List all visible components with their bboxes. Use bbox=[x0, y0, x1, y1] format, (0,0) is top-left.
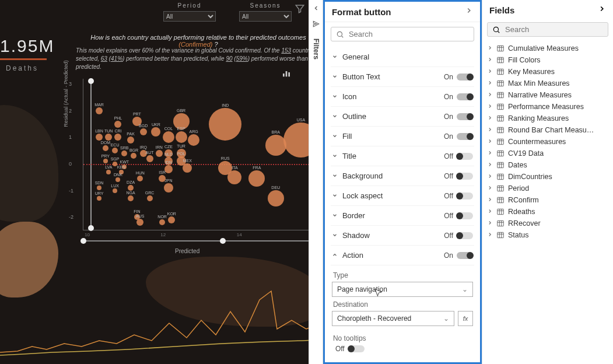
toggle-fill[interactable]: On bbox=[444, 132, 473, 141]
field-table-countermeasures[interactable]: Countermeasures bbox=[486, 136, 610, 148]
field-table-period[interactable]: Period bbox=[486, 183, 610, 194]
fx-button[interactable]: fx bbox=[458, 311, 473, 326]
bubble-USA[interactable] bbox=[283, 123, 309, 158]
chevron-right-icon[interactable] bbox=[487, 79, 493, 88]
chevron-right-icon[interactable] bbox=[487, 161, 493, 169]
field-table-dimcountries[interactable]: DimCountries bbox=[486, 171, 610, 183]
bubble-ARG[interactable] bbox=[188, 134, 199, 146]
chevron-left-icon[interactable] bbox=[313, 4, 320, 14]
chevron-right-icon[interactable] bbox=[487, 196, 493, 204]
chevron-right-icon[interactable] bbox=[598, 5, 606, 15]
switch[interactable] bbox=[457, 113, 473, 120]
format-section-outline[interactable]: OutlineOn bbox=[331, 107, 474, 127]
chevron-down-icon[interactable] bbox=[332, 112, 338, 121]
chevron-right-icon[interactable] bbox=[487, 126, 493, 134]
bubble-PAK[interactable] bbox=[127, 136, 134, 144]
bubble-ESP[interactable] bbox=[176, 131, 187, 143]
chevron-down-icon[interactable] bbox=[332, 132, 338, 141]
chevron-down-icon[interactable] bbox=[332, 211, 338, 220]
chevron-right-icon[interactable] bbox=[487, 138, 493, 146]
toggle-shadow[interactable]: Off bbox=[444, 232, 473, 240]
chevron-right-icon[interactable] bbox=[487, 173, 493, 181]
switch[interactable] bbox=[457, 93, 473, 100]
x-slider-knob-mid[interactable] bbox=[220, 238, 226, 244]
chevron-right-icon[interactable] bbox=[487, 208, 493, 216]
bubble-CRI[interactable] bbox=[114, 134, 121, 141]
chevron-down-icon[interactable] bbox=[332, 92, 338, 101]
field-table-performance-measures[interactable]: Performance Measures bbox=[486, 101, 610, 113]
bubble-GRC[interactable] bbox=[147, 195, 153, 201]
format-section-title[interactable]: TitleOff bbox=[331, 146, 474, 166]
switch[interactable] bbox=[457, 133, 473, 140]
toggle-background[interactable]: Off bbox=[444, 172, 473, 180]
chevron-up-icon[interactable] bbox=[332, 251, 338, 260]
switch[interactable] bbox=[457, 252, 473, 259]
bubble-AUT[interactable] bbox=[146, 155, 153, 162]
bubble-NGA[interactable] bbox=[128, 195, 134, 201]
switch[interactable] bbox=[457, 74, 473, 80]
bubble-PRY[interactable] bbox=[103, 159, 108, 163]
field-table-dates[interactable]: Dates bbox=[486, 159, 610, 171]
switch[interactable] bbox=[457, 153, 473, 160]
chevron-right-icon[interactable] bbox=[487, 56, 493, 64]
bubble-URY[interactable] bbox=[97, 196, 101, 201]
chevron-right-icon[interactable] bbox=[487, 219, 493, 228]
format-section-button-text[interactable]: Button TextOn bbox=[331, 67, 474, 87]
chevron-down-icon[interactable] bbox=[332, 191, 338, 200]
bubble-COL[interactable] bbox=[163, 131, 174, 143]
bubble-BGR[interactable] bbox=[131, 153, 136, 159]
bubble-BGD[interactable] bbox=[140, 128, 147, 135]
bubble-SDN[interactable] bbox=[97, 186, 101, 190]
bubble-AUS[interactable] bbox=[136, 219, 143, 226]
field-table-rdeaths[interactable]: Rdeaths bbox=[486, 206, 610, 218]
bubble-DNK[interactable] bbox=[115, 177, 120, 182]
field-table-status[interactable]: Status bbox=[486, 229, 610, 241]
bubble-DOM[interactable] bbox=[103, 145, 108, 151]
x-slider-knob-left[interactable] bbox=[80, 238, 86, 244]
bubble-IRN[interactable] bbox=[156, 150, 163, 157]
bubble-MEX[interactable] bbox=[183, 163, 192, 173]
toggle-lock-aspect[interactable]: Off bbox=[444, 192, 473, 200]
bubble-ITA[interactable] bbox=[227, 170, 241, 184]
tooltip-toggle[interactable]: Off bbox=[335, 345, 473, 353]
bubble-JPN[interactable] bbox=[164, 183, 173, 192]
x-slider-track[interactable] bbox=[83, 240, 309, 242]
field-table-cv19-data[interactable]: CV19 Data bbox=[486, 148, 610, 159]
switch[interactable] bbox=[457, 173, 473, 180]
chevron-down-icon[interactable] bbox=[332, 72, 338, 81]
chevron-right-icon[interactable] bbox=[465, 6, 473, 17]
type-dropdown[interactable]: Page navigation⌄ bbox=[332, 282, 473, 297]
format-section-shadow[interactable]: ShadowOff bbox=[331, 226, 474, 246]
toggle-outline[interactable]: On bbox=[444, 113, 473, 121]
fields-search[interactable] bbox=[487, 22, 608, 37]
toggle-action[interactable]: On bbox=[444, 251, 473, 260]
chevron-right-icon[interactable] bbox=[487, 91, 493, 99]
share-icon[interactable] bbox=[312, 20, 320, 30]
switch[interactable] bbox=[457, 212, 473, 219]
bubble-SRB[interactable] bbox=[121, 150, 127, 156]
field-table-round-bar-chart-measu-[interactable]: Round Bar Chart Measu… bbox=[486, 124, 610, 136]
chevron-down-icon[interactable] bbox=[332, 152, 338, 160]
chevron-down-icon[interactable] bbox=[332, 172, 338, 180]
field-table-key-measures[interactable]: Key Measures bbox=[486, 66, 610, 78]
toggle-icon[interactable]: On bbox=[444, 93, 473, 101]
format-section-border[interactable]: BorderOff bbox=[331, 206, 474, 226]
field-table-max-min-measures[interactable]: Max Min Measures bbox=[486, 78, 610, 89]
format-section-background[interactable]: BackgroundOff bbox=[331, 166, 474, 186]
switch[interactable] bbox=[348, 345, 365, 352]
field-table-rconfirm[interactable]: RConfirm bbox=[486, 194, 610, 206]
bubble-ECU[interactable] bbox=[112, 148, 118, 153]
bubble-DZA[interactable] bbox=[128, 185, 134, 191]
field-table-ranking-measures[interactable]: Ranking Measures bbox=[486, 113, 610, 124]
bubble-MAR[interactable] bbox=[96, 107, 103, 114]
y-slider-knob-bottom[interactable] bbox=[88, 225, 94, 231]
bubble-KOR[interactable] bbox=[168, 216, 175, 223]
bubble-NOR[interactable] bbox=[159, 219, 165, 225]
field-table-cumulative-measures[interactable]: Cumulative Measures bbox=[486, 43, 610, 54]
format-section-general[interactable]: General bbox=[331, 47, 474, 67]
chevron-right-icon[interactable] bbox=[487, 114, 493, 123]
field-table-fill-colors[interactable]: Fill Colors bbox=[486, 54, 610, 66]
y-slider-track[interactable] bbox=[90, 79, 92, 230]
filters-pane-collapsed[interactable]: Filters bbox=[309, 0, 323, 364]
period-dropdown[interactable]: All bbox=[163, 11, 216, 22]
